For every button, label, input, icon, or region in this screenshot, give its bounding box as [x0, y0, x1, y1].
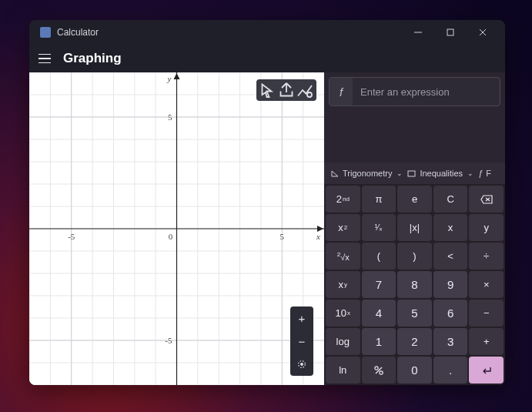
keypad: 2ndπeCx2¹⁄ₓ|x|xy2√x()<÷xy789×10x456−log1… — [324, 184, 505, 385]
expression-input[interactable] — [353, 86, 500, 98]
app-title: Calculator — [57, 27, 402, 38]
key-−[interactable]: − — [469, 300, 504, 327]
key-ln[interactable]: ln — [326, 357, 360, 384]
key-+[interactable]: + — [469, 328, 504, 355]
app-icon — [40, 27, 51, 38]
key-8[interactable]: 8 — [397, 271, 432, 298]
minimize-button[interactable] — [402, 20, 434, 45]
key-2[interactable]: 2 — [397, 328, 432, 355]
key-e[interactable]: e — [397, 186, 432, 213]
calculator-window: Calculator Graphing + − f — [29, 20, 505, 385]
key-5[interactable]: 5 — [397, 300, 432, 327]
graph-zoom: + − — [290, 306, 313, 376]
key-7[interactable]: 7 — [362, 271, 396, 298]
functions-category[interactable]: ƒ F — [478, 169, 491, 178]
key-y[interactable]: y — [469, 214, 504, 241]
svg-rect-7 — [408, 171, 415, 176]
svg-line-12 — [376, 367, 382, 373]
key-π[interactable]: π — [362, 186, 396, 213]
trigonometry-category[interactable]: Trigonometry ⌄ — [330, 169, 403, 178]
key-1[interactable]: 1 — [362, 328, 396, 355]
content: + − f Trigonometry ⌄ — [29, 72, 505, 385]
key-²√x[interactable]: 2√x — [326, 243, 360, 270]
share-button[interactable] — [277, 82, 296, 99]
trace-button[interactable] — [259, 82, 277, 99]
key-3[interactable]: 3 — [433, 328, 468, 355]
zoom-in-button[interactable]: + — [290, 306, 313, 330]
key-x[interactable]: x — [433, 214, 468, 241]
key-x²[interactable]: x2 — [326, 214, 360, 241]
zoom-reset-button[interactable] — [290, 353, 313, 376]
key-4[interactable]: 4 — [362, 300, 396, 327]
key-9[interactable]: 9 — [433, 271, 468, 298]
svg-point-10 — [375, 366, 378, 369]
key-¹⁄ₓ[interactable]: ¹⁄ₓ — [362, 214, 396, 241]
maximize-button[interactable] — [434, 20, 467, 45]
key-×[interactable]: × — [469, 271, 504, 298]
key-<[interactable]: < — [433, 243, 468, 270]
svg-point-4 — [307, 92, 312, 97]
svg-rect-1 — [447, 29, 453, 35]
graph-panel[interactable]: + − — [29, 72, 324, 385]
expression-area: f — [324, 72, 505, 111]
key-xʸ[interactable]: xy — [326, 271, 360, 298]
key-⁺⁄₋[interactable] — [362, 357, 396, 384]
key-|x|[interactable]: |x| — [397, 214, 432, 241]
key-([interactable]: ( — [362, 243, 396, 270]
close-button[interactable] — [467, 20, 499, 45]
key-÷[interactable]: ÷ — [469, 243, 504, 270]
key-log[interactable]: log — [326, 328, 360, 355]
titlebar: Calculator — [29, 20, 505, 45]
key-)[interactable]: ) — [397, 243, 432, 270]
key-2ⁿᵈ[interactable]: 2nd — [326, 186, 360, 213]
svg-point-6 — [301, 363, 303, 366]
expression-spacer — [324, 111, 505, 162]
key-6[interactable]: 6 — [433, 300, 468, 327]
svg-point-11 — [380, 370, 383, 373]
key-C[interactable]: C — [433, 186, 468, 213]
function-f-icon: ƒ — [478, 169, 483, 178]
angle-icon — [330, 169, 340, 178]
inequalities-category[interactable]: Inequalities ⌄ — [407, 169, 473, 178]
expression-box[interactable]: f — [329, 77, 500, 106]
function-icon: f — [330, 78, 353, 106]
right-panel: f Trigonometry ⌄ Inequalities ⌄ ƒ — [324, 72, 505, 385]
key-10ˣ[interactable]: 10x — [326, 300, 360, 327]
key-0[interactable]: 0 — [397, 357, 432, 384]
mode-title: Graphing — [63, 51, 122, 66]
header: Graphing — [29, 45, 505, 72]
menu-button[interactable] — [38, 51, 54, 66]
key-.[interactable]: . — [433, 357, 468, 384]
zoom-out-button[interactable]: − — [290, 330, 313, 353]
chevron-down-icon: ⌄ — [467, 169, 473, 177]
category-bar: Trigonometry ⌄ Inequalities ⌄ ƒ F — [324, 162, 505, 184]
key-↵[interactable] — [469, 357, 504, 384]
key-⌫[interactable] — [469, 186, 504, 213]
graph-options-button[interactable] — [296, 82, 314, 99]
chevron-down-icon: ⌄ — [396, 169, 403, 177]
inequality-icon — [407, 169, 417, 178]
graph-canvas[interactable] — [29, 72, 324, 385]
graph-toolbar — [256, 79, 316, 101]
